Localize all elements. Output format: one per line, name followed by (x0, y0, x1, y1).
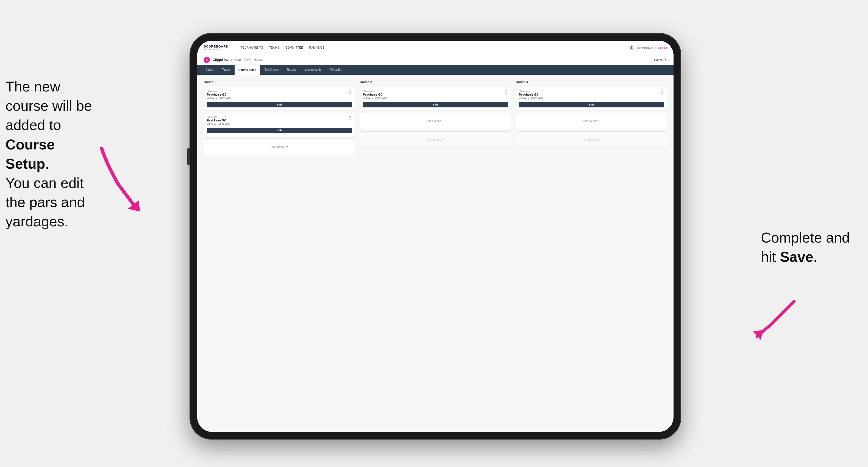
round-2-add-course-extra-plus: + (442, 137, 444, 142)
round-3-add-course-extra-plus: + (598, 137, 600, 142)
svg-marker-0 (128, 200, 140, 212)
round-1-course-a-label: (Course A) (207, 90, 352, 92)
round-2-add-course-extra-label: Add Course (427, 138, 441, 141)
round-2-add-course-plus: + (442, 119, 444, 123)
round-3-course-a-delete[interactable]: ⊟ (660, 89, 664, 94)
round-1-course-b-label: (Course B) (207, 116, 352, 118)
avatar: 👤 (629, 45, 634, 51)
nav-tournaments[interactable]: TOURNAMENTS (240, 45, 263, 50)
cancel-button[interactable]: Cancel ✕ (654, 58, 667, 62)
top-nav-user: 👤 blair@clippd.io | Sign out (629, 45, 667, 51)
tab-teams[interactable]: Teams (218, 65, 234, 75)
round-3-course-a-name: Peachtree GC (519, 93, 664, 96)
close-icon: ✕ (664, 58, 667, 62)
round-2-course-a-name: Peachtree GC (363, 93, 508, 96)
tournament-gender: (Men) (244, 58, 251, 61)
svg-marker-1 (753, 330, 763, 340)
round-2-add-course-extra: Add Course + (360, 131, 511, 148)
round-3-course-a-label: (Course A) (519, 90, 664, 92)
tab-course-setup[interactable]: Course Setup (235, 65, 260, 75)
round-1-course-a-details: Yellow (M) (6629 yds) (207, 97, 352, 99)
nav-committee[interactable]: COMMITTEE (285, 45, 303, 50)
arrow-left-icon (85, 143, 157, 214)
round-1-header: Round 1 (204, 80, 355, 84)
top-navigation: SCOREBOARD Powered by clippd TOURNAMENTS… (197, 41, 674, 55)
round-3-add-course-plus: + (598, 119, 600, 123)
tablet-side-button (187, 148, 189, 165)
nav-separator: | (655, 46, 656, 49)
tab-details[interactable]: Details (202, 65, 218, 75)
round-2-add-course[interactable]: Add Course + (360, 113, 511, 129)
main-content: Round 1 ⊟ (Course A) Peachtree GC Yellow… (197, 75, 674, 432)
scoreboard-logo: SCOREBOARD Powered by clippd (204, 45, 228, 50)
round-3-header: Round 3 (516, 80, 667, 84)
round-1-course-a-edit[interactable]: Edit (207, 102, 352, 107)
round-3-add-course[interactable]: Add Course + (516, 113, 667, 129)
annotation-left-text: The newcourse will beadded toCourse Setu… (5, 79, 92, 229)
round-3-course-a-details: Yellow (M) (6629 yds) (519, 97, 664, 99)
round-2-course-a-edit[interactable]: Edit (363, 102, 508, 107)
top-nav-links: TOURNAMENTS TEAMS COMMITTEE RANKINGS (240, 45, 621, 50)
round-1-add-course-plus: + (286, 145, 288, 149)
round-1-add-course[interactable]: Add Course + (204, 138, 355, 155)
sign-out-link[interactable]: Sign out (658, 46, 667, 49)
round-2-course-a-details: Yellow (M) (6629 yds) (363, 97, 508, 99)
round-2-add-course-label: Add Course (427, 120, 441, 123)
annotation-right: Complete andhit Save. (761, 228, 860, 267)
clippd-logo: C (204, 57, 210, 63)
logo-title: SCOREBOARD (204, 45, 228, 48)
logo-subtitle: Powered by clippd (204, 48, 228, 50)
tournament-status: Hosting (254, 58, 263, 61)
tab-leaderboards[interactable]: Leaderboards (301, 65, 325, 75)
round-1-course-b-details: Black (M) (6891 yds) (207, 123, 352, 125)
round-3-course-a-card: ⊟ (Course A) Peachtree GC Yellow (M) (66… (516, 87, 667, 111)
tab-printables[interactable]: Printables (326, 65, 346, 75)
round-1-course-b-edit[interactable]: Edit (207, 128, 352, 133)
annotation-left: The newcourse will beadded toCourse Setu… (5, 77, 99, 231)
round-2-course-a-delete[interactable]: ⊟ (504, 89, 508, 94)
round-1-column: Round 1 ⊟ (Course A) Peachtree GC Yellow… (204, 80, 355, 155)
round-1-course-b-card: ⊟ (Course B) East Lake GC Black (M) (689… (204, 113, 355, 136)
tournament-bar: C Clippd Invitational (Men) Hosting Canc… (197, 55, 674, 65)
tab-tee-groups[interactable]: Tee Groups (261, 65, 283, 75)
round-1-course-b-name: East Lake GC (207, 119, 352, 122)
user-email: blair@clippd.io (637, 46, 653, 49)
arrow-right-icon (739, 297, 805, 346)
round-3-add-course-label: Add Course (583, 120, 597, 123)
round-1-course-a-delete[interactable]: ⊟ (348, 89, 352, 94)
round-1-course-a-card: ⊟ (Course A) Peachtree GC Yellow (M) (66… (204, 87, 355, 111)
round-2-header: Round 2 (360, 80, 511, 84)
round-2-column: Round 2 ⊟ (Course A) Peachtree GC Yellow… (360, 80, 511, 155)
round-2-course-a-label: (Course A) (363, 90, 508, 92)
round-3-column: Round 3 ⊟ (Course A) Peachtree GC Yellow… (516, 80, 667, 155)
tablet-screen: SCOREBOARD Powered by clippd TOURNAMENTS… (197, 41, 674, 432)
nav-rankings[interactable]: RANKINGS (309, 45, 324, 50)
round-3-add-course-extra: Add Course + (516, 131, 667, 148)
round-1-add-course-label: Add Course (271, 145, 285, 148)
round-3-add-course-extra-label: Add Course (583, 138, 597, 141)
tab-results[interactable]: Results (283, 65, 300, 75)
tablet-device: SCOREBOARD Powered by clippd TOURNAMENTS… (189, 33, 681, 439)
round-1-course-b-delete[interactable]: ⊟ (348, 115, 352, 120)
annotation-right-text: Complete andhit Save. (761, 230, 850, 265)
round-2-course-a-card: ⊟ (Course A) Peachtree GC Yellow (M) (66… (360, 87, 511, 111)
nav-teams[interactable]: TEAMS (269, 45, 279, 50)
sub-navigation: Details Teams Course Setup Tee Groups Re… (197, 65, 674, 75)
round-1-course-a-name: Peachtree GC (207, 93, 352, 96)
tournament-bar-left: C Clippd Invitational (Men) Hosting (204, 57, 263, 63)
round-3-course-a-edit[interactable]: Edit (519, 102, 664, 107)
rounds-grid: Round 1 ⊟ (Course A) Peachtree GC Yellow… (204, 80, 667, 155)
tournament-name: Clippd Invitational (213, 58, 241, 62)
